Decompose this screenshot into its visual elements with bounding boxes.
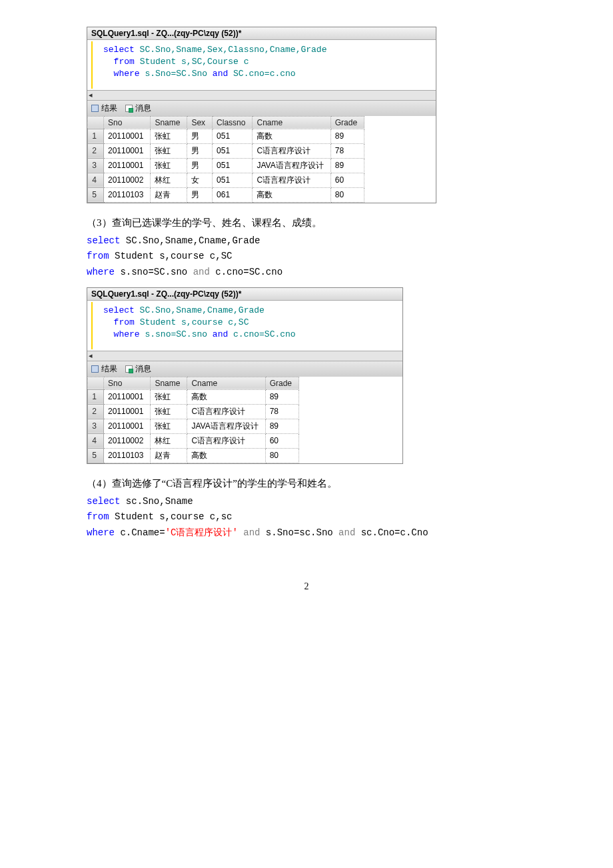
sql-panel-1: SQLQuery1.sql - ZQ...(zqy-PC\zqy (52))* …	[87, 27, 436, 203]
scroll-left-icon[interactable]: ◂	[89, 91, 93, 99]
table-cell: C语言程序设计	[253, 173, 330, 187]
horizontal-scrollbar[interactable]: ◂	[87, 351, 402, 361]
table-cell: 20110103	[104, 448, 151, 463]
table-cell: 20110001	[104, 129, 151, 143]
table-row[interactable]: 320110001张虹男051JAVA语言程序设计89	[88, 158, 364, 173]
table-row[interactable]: 220110001张虹男051C语言程序设计78	[88, 143, 364, 158]
table-cell: 60	[265, 433, 299, 448]
kw-select: select	[103, 305, 135, 315]
row-number: 4	[88, 173, 104, 187]
table-cell: C语言程序设计	[253, 143, 330, 158]
column-header	[88, 116, 104, 129]
table-row[interactable]: 520110103赵青男061高数80	[88, 187, 364, 202]
grid-icon	[91, 105, 99, 112]
table-cell: 高数	[253, 129, 330, 143]
result-table-2: SnoSnameCnameGrade120110001张虹高数892201100…	[87, 377, 299, 463]
column-header: Grade	[330, 116, 364, 129]
table-row[interactable]: 120110001张虹男051高数89	[88, 129, 364, 143]
message-icon	[125, 365, 133, 373]
column-header: Sname	[151, 116, 187, 129]
code-rest: sc.Cno=c.Cno	[355, 527, 428, 538]
kw-where: where	[87, 527, 115, 538]
row-number: 1	[88, 129, 104, 143]
table-row[interactable]: 520110103赵青高数80	[88, 448, 299, 463]
table-cell: 20110001	[104, 389, 151, 404]
table-cell: 张虹	[151, 143, 187, 158]
table-cell: 20110001	[104, 158, 151, 173]
table-cell: 男	[187, 143, 213, 158]
page-number: 2	[87, 581, 526, 592]
sql-fields: SC.Sno,Sname,Cname,Grade	[135, 305, 265, 315]
table-cell: 20110001	[104, 419, 151, 433]
table-cell: 张虹	[151, 158, 187, 173]
kw-from: from	[114, 57, 135, 67]
table-cell: 男	[187, 187, 213, 202]
kw-from: from	[87, 511, 109, 522]
table-cell: 89	[330, 158, 364, 173]
table-cell: 张虹	[151, 419, 187, 433]
result-tabs: 结果 消息	[87, 100, 436, 116]
table-cell: 张虹	[151, 129, 187, 143]
kw-and: and	[238, 527, 261, 538]
table-cell: 女	[187, 173, 213, 187]
kw-where: where	[87, 267, 115, 277]
table-row[interactable]: 120110001张虹高数89	[88, 389, 299, 404]
table-cell: 061	[213, 187, 253, 202]
table-row[interactable]: 420110002林红女051C语言程序设计60	[88, 173, 364, 187]
table-cell: 男	[187, 158, 213, 173]
tab-messages[interactable]: 消息	[125, 363, 151, 375]
table-cell: JAVA语言程序设计	[253, 158, 330, 173]
tab-messages[interactable]: 消息	[125, 103, 151, 114]
sql-code: select SC.Sno,Sname,Cname,Grade from Stu…	[91, 302, 401, 349]
horizontal-scrollbar[interactable]: ◂	[87, 90, 436, 100]
table-cell: 80	[330, 187, 364, 202]
row-number: 5	[88, 187, 104, 202]
table-cell: 林红	[151, 433, 187, 448]
row-number: 3	[88, 419, 104, 433]
row-number: 3	[88, 158, 104, 173]
tab-results[interactable]: 结果	[91, 103, 117, 114]
sql-cond2: c.cno=SC.cno	[228, 329, 295, 339]
code-rest: c.cno=SC.cno	[210, 267, 283, 277]
table-cell: 78	[330, 143, 364, 158]
table-cell: 林红	[151, 173, 187, 187]
tab-messages-label: 消息	[135, 363, 151, 375]
column-header: Cname	[187, 377, 265, 389]
kw-and: and	[338, 527, 355, 538]
scroll-left-icon[interactable]: ◂	[89, 351, 93, 360]
kw-select: select	[103, 45, 135, 55]
kw-and: and	[193, 267, 210, 277]
table-cell: 051	[213, 129, 253, 143]
table-cell: 89	[330, 129, 364, 143]
table-row[interactable]: 220110001张虹C语言程序设计78	[88, 404, 299, 419]
question-4: （4）查询选修了“C语言程序设计”的学生的学号和姓名。	[87, 477, 526, 490]
grid-icon	[91, 365, 99, 373]
kw-select: select	[87, 235, 120, 246]
column-header: Classno	[213, 116, 253, 129]
code-rest: s.Sno=sc.Sno	[260, 527, 338, 538]
kw-from: from	[114, 317, 135, 327]
table-cell: 20110001	[104, 143, 151, 158]
code-rest: s.sno=SC.sno	[115, 267, 193, 277]
panel-title: SQLQuery1.sql - ZQ...(zqy-PC\zqy (52))*	[87, 27, 436, 40]
table-row[interactable]: 320110001张虹JAVA语言程序设计89	[88, 419, 299, 433]
table-cell: 89	[265, 389, 299, 404]
table-row[interactable]: 420110002林红C语言程序设计60	[88, 433, 299, 448]
code-q4: select sc.Sno,Sname from Student s,cours…	[87, 494, 526, 541]
table-cell: 78	[265, 404, 299, 419]
table-cell: 高数	[187, 448, 265, 463]
sql-cond: s.Sno=SC.Sno	[140, 69, 213, 79]
tab-results[interactable]: 结果	[91, 363, 117, 375]
sql-cond: s.sno=SC.sno	[140, 329, 213, 339]
sql-code: select SC.Sno,Sname,Sex,Classno,Cname,Gr…	[91, 41, 434, 89]
row-number: 2	[88, 404, 104, 419]
table-cell: 赵青	[151, 448, 187, 463]
row-number: 1	[88, 389, 104, 404]
kw-and: and	[213, 329, 228, 339]
sql-panel-2: SQLQuery1.sql - ZQ...(zqy-PC\zqy (52))* …	[87, 287, 403, 464]
code-rest: Student s,course c,sc	[109, 511, 233, 522]
column-header: Sex	[187, 116, 213, 129]
code-q3: select SC.Sno,Sname,Cname,Grade from Stu…	[87, 233, 526, 281]
kw-select: select	[87, 496, 120, 507]
column-header: Cname	[253, 116, 330, 129]
